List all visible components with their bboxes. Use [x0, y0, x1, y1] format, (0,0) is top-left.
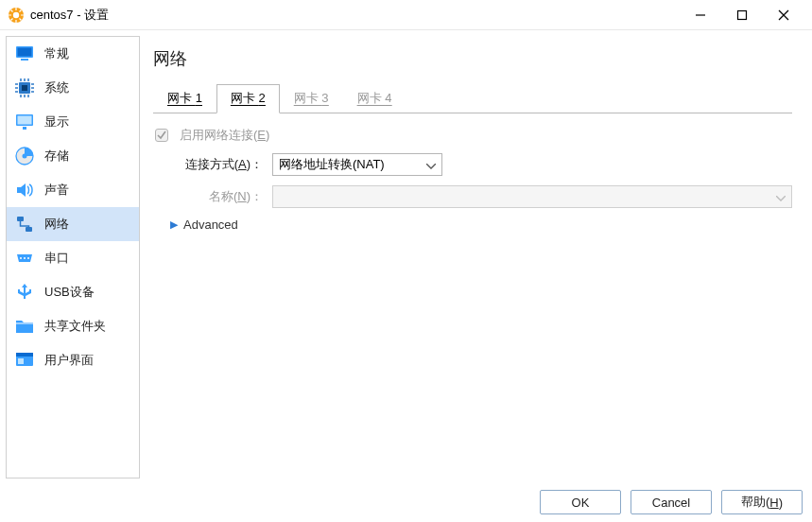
svg-rect-28: [17, 217, 24, 221]
sidebar-item-label: 串口: [44, 250, 69, 267]
speaker-icon: [14, 180, 35, 200]
adapter-tab-strip: 网卡 1 网卡 2 网卡 3 网卡 4: [153, 83, 792, 113]
svg-point-1: [13, 11, 19, 17]
triangle-right-icon: ▶: [170, 218, 178, 231]
sidebar-item-label: 网络: [44, 216, 69, 233]
disk-icon: [14, 146, 35, 166]
svg-rect-3: [738, 10, 747, 19]
svg-rect-35: [18, 358, 24, 364]
maximize-button[interactable]: [721, 1, 763, 29]
attached-to-row: 连接方式(A)： 网络地址转换(NAT): [172, 153, 792, 176]
tab-adapter-3[interactable]: 网卡 3: [280, 84, 343, 113]
svg-point-32: [27, 257, 29, 259]
svg-rect-29: [26, 227, 32, 232]
sidebar-item-serial[interactable]: 串口: [7, 241, 139, 275]
window-title: centos7 - 设置: [30, 7, 109, 24]
sidebar-item-label: 常规: [44, 45, 69, 62]
adapter-name-label: 名称(N)：: [172, 188, 267, 205]
sidebar-item-label: 系统: [44, 79, 69, 96]
chevron-down-icon: [426, 158, 436, 172]
chip-icon: [14, 78, 35, 98]
svg-rect-34: [16, 353, 33, 357]
network-icon: [14, 214, 35, 235]
svg-rect-10: [22, 85, 27, 91]
tab-adapter-1[interactable]: 网卡 1: [153, 84, 216, 113]
sidebar-item-storage[interactable]: 存储: [7, 139, 139, 173]
sidebar-item-shared-folders[interactable]: 共享文件夹: [7, 309, 139, 343]
advanced-label: Advanced: [183, 218, 238, 232]
attached-to-label: 连接方式(A)：: [172, 156, 267, 173]
titlebar: centos7 - 设置: [0, 0, 812, 30]
folder-icon: [14, 316, 35, 337]
serial-port-icon: [14, 248, 35, 269]
dialog-footer: OK Cancel 帮助(H): [540, 490, 803, 514]
enable-adapter-label: 启用网络连接(E): [180, 127, 269, 144]
svg-rect-8: [21, 59, 28, 61]
adapter-panel: 启用网络连接(E) 连接方式(A)： 网络地址转换(NAT) 名称(N)： ▶ …: [153, 113, 792, 232]
sidebar-item-label: 显示: [44, 113, 69, 130]
sidebar-item-interface[interactable]: 用户界面: [7, 343, 139, 377]
advanced-disclosure[interactable]: ▶ Advanced: [170, 218, 792, 232]
svg-rect-7: [18, 48, 32, 57]
sidebar-item-label: 存储: [44, 148, 69, 165]
minimize-button[interactable]: [680, 1, 721, 29]
adapter-name-row: 名称(N)：: [172, 185, 792, 208]
svg-rect-24: [18, 116, 32, 125]
usb-icon: [14, 282, 35, 303]
svg-rect-25: [23, 127, 26, 130]
sidebar-item-display[interactable]: 显示: [7, 105, 139, 139]
ok-button[interactable]: OK: [540, 490, 621, 514]
sidebar-item-general[interactable]: 常规: [7, 37, 139, 71]
settings-sidebar: 常规 系统 显示 存储 声音 网络 串口 USB设备: [6, 36, 140, 478]
sidebar-item-label: 声音: [44, 182, 69, 199]
svg-point-30: [20, 257, 22, 259]
attached-to-value: 网络地址转换(NAT): [279, 156, 385, 173]
page-title: 网络: [153, 47, 792, 70]
attached-to-dropdown[interactable]: 网络地址转换(NAT): [272, 153, 442, 176]
tab-adapter-2[interactable]: 网卡 2: [216, 84, 280, 113]
chevron-down-icon: [776, 190, 786, 204]
close-button[interactable]: [763, 1, 804, 29]
ui-icon: [14, 350, 35, 371]
sidebar-item-label: USB设备: [44, 284, 95, 301]
settings-content: 网络 网卡 1 网卡 2 网卡 3 网卡 4 启用网络连接(E) 连接方式(A)…: [140, 36, 806, 478]
enable-adapter-checkbox[interactable]: [155, 129, 168, 142]
window-controls: [680, 1, 804, 29]
sidebar-item-label: 用户界面: [44, 352, 94, 369]
sidebar-item-audio[interactable]: 声音: [7, 173, 139, 207]
adapter-name-dropdown: [272, 185, 792, 208]
display-icon: [14, 112, 35, 132]
monitor-icon: [14, 44, 35, 64]
help-button[interactable]: 帮助(H): [721, 490, 803, 514]
cancel-button[interactable]: Cancel: [631, 490, 712, 514]
enable-adapter-row: 启用网络连接(E): [155, 127, 792, 144]
sidebar-item-usb[interactable]: USB设备: [7, 275, 139, 309]
sidebar-item-network[interactable]: 网络: [7, 207, 139, 241]
svg-point-31: [24, 257, 26, 259]
sidebar-item-label: 共享文件夹: [44, 318, 106, 335]
virtualbox-icon: [8, 7, 25, 24]
sidebar-item-system[interactable]: 系统: [7, 71, 139, 105]
tab-adapter-4[interactable]: 网卡 4: [343, 84, 406, 113]
